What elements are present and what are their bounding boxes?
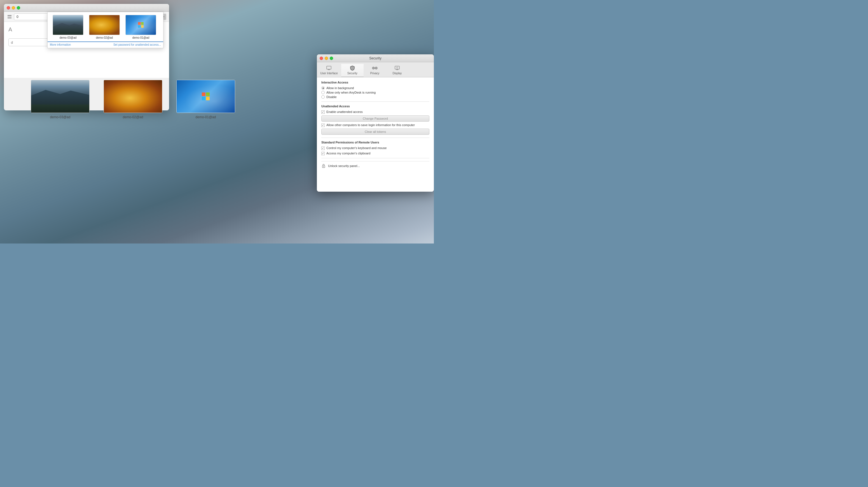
enable-unattended-box: ✓: [321, 110, 325, 114]
dropdown-item-2[interactable]: demo-01@ad: [123, 15, 159, 39]
radio-disable-circle: [321, 95, 325, 98]
security-panel-title: Security: [369, 56, 381, 60]
hamburger-menu-button[interactable]: [7, 14, 12, 20]
recent-thumb-0: [31, 80, 90, 113]
hamburger-line-1: [7, 15, 11, 16]
radio-allow-running-circle: [321, 91, 325, 94]
security-tabs: User Interface Security Privacy: [317, 62, 434, 77]
dropdown-footer: More information Set password for unatte…: [48, 41, 163, 48]
window-titlebar: [4, 4, 169, 12]
display-icon: [394, 65, 400, 71]
recent-thumb-1: [103, 80, 162, 113]
radio-allow-running-label: Allow only when AnyDesk is running: [327, 91, 376, 94]
maximize-button[interactable]: [17, 6, 20, 9]
allow-login-box: ✓: [321, 123, 325, 127]
dropdown-thumb-mountain: [53, 15, 84, 35]
permission-clipboard-checkbox[interactable]: ✓ Access my computer's clipboard: [321, 151, 429, 155]
dropdown-label-1: demo-02@ad: [96, 36, 113, 39]
minimize-button[interactable]: [12, 6, 15, 9]
dropdown-thumb-windows: [125, 15, 156, 35]
security-titlebar: Security: [317, 54, 434, 62]
radio-disable-label: Disable: [327, 95, 337, 98]
radio-allow-bg-label: Allow in background: [327, 86, 354, 90]
close-button[interactable]: [7, 6, 10, 9]
tab-privacy-label: Privacy: [370, 72, 379, 75]
security-panel: Security User Interface Security: [317, 54, 434, 192]
lock-icon: [321, 164, 326, 168]
windows-logo-large: [202, 92, 210, 100]
recent-item-1[interactable]: demo-02@ad: [103, 80, 162, 119]
tab-display-label: Display: [393, 72, 402, 75]
permissions-title: Standard Permissions of Remote Users: [321, 141, 429, 144]
divider-2: [321, 138, 429, 138]
dropdown-item-1[interactable]: demo-02@ad: [86, 15, 123, 39]
svg-rect-0: [327, 66, 331, 69]
recent-leaves-img: [104, 80, 162, 113]
unattended-access-title: Unattended Access: [321, 105, 429, 108]
tab-user-interface-label: User Interface: [320, 72, 338, 75]
recent-windows-img: [177, 80, 235, 113]
unlock-label: Unlock security panel...: [328, 164, 360, 168]
divider-1: [321, 102, 429, 102]
dropdown-thumbnails: demo-03@ad demo-02@ad demo-01@ad: [48, 12, 163, 41]
hamburger-line-2: [7, 17, 11, 17]
recent-name-0: demo-03@ad: [50, 115, 70, 119]
svg-rect-3: [395, 66, 399, 69]
change-password-button[interactable]: Change Password: [321, 115, 429, 122]
recent-mountain-img: [31, 80, 89, 113]
unlock-row[interactable]: Unlock security panel...: [321, 161, 429, 168]
allow-login-label: Allow other computers to save login info…: [327, 123, 415, 127]
set-password-link[interactable]: Set password for unattended access...: [113, 43, 161, 46]
permission-keyboard-checkbox[interactable]: ✓ Control my computer's keyboard and mou…: [321, 146, 429, 150]
radio-disable[interactable]: Disable: [321, 95, 429, 98]
monitor-icon: [326, 65, 332, 71]
dropdown-thumb-leaves: [89, 15, 120, 35]
sec-maximize-button[interactable]: [330, 57, 333, 60]
svg-point-4: [396, 67, 398, 68]
permission-keyboard-box: ✓: [321, 147, 325, 150]
sec-close-button[interactable]: [320, 57, 323, 60]
dropdown-label-0: demo-03@ad: [60, 36, 77, 39]
dropdown-panel: demo-03@ad demo-02@ad demo-01@ad More in…: [47, 12, 163, 48]
tab-user-interface[interactable]: User Interface: [317, 64, 341, 77]
radio-allow-bg-circle: [321, 86, 325, 90]
tab-display[interactable]: Display: [386, 64, 408, 77]
interactive-access-title: Interactive Access: [321, 81, 429, 84]
dropdown-item-0[interactable]: demo-03@ad: [50, 15, 86, 39]
interactive-access-options: Allow in background Allow only when AnyD…: [321, 86, 429, 98]
clear-tokens-button[interactable]: Clear all tokens: [321, 128, 429, 135]
tab-security-label: Security: [347, 72, 358, 75]
windows-logo-mini: [138, 22, 144, 28]
sec-traffic-lights: [320, 57, 333, 60]
recent-name-1: demo-02@ad: [123, 115, 143, 119]
hamburger-line-3: [7, 18, 11, 18]
enable-unattended-label: Enable unattended access: [327, 110, 363, 113]
tab-privacy[interactable]: Privacy: [364, 64, 386, 77]
sec-minimize-button[interactable]: [325, 57, 328, 60]
dropdown-label-2: demo-01@ad: [132, 36, 150, 39]
shield-icon: [349, 65, 355, 71]
permission-clipboard-label: Access my computer's clipboard: [327, 151, 370, 155]
traffic-lights: [7, 6, 20, 9]
radio-allow-bg[interactable]: Allow in background: [321, 86, 429, 90]
recent-name-2: demo-01@ad: [196, 115, 216, 119]
security-content: Interactive Access Allow in background A…: [317, 77, 434, 192]
svg-point-6: [323, 166, 324, 167]
privacy-icon: [372, 65, 378, 71]
recent-computers-grid: demo-03@ad demo-02@ad demo-01@ad: [25, 74, 241, 125]
recent-item-0[interactable]: demo-03@ad: [31, 80, 90, 119]
enable-unattended-checkbox[interactable]: ✓ Enable unattended access: [321, 110, 429, 114]
more-info-link[interactable]: More information: [50, 43, 71, 46]
allow-login-checkbox[interactable]: ✓ Allow other computers to save login in…: [321, 123, 429, 127]
permission-clipboard-box: ✓: [321, 152, 325, 155]
radio-allow-running[interactable]: Allow only when AnyDesk is running: [321, 91, 429, 94]
tab-security[interactable]: Security: [341, 64, 364, 77]
recent-thumb-2: [176, 80, 235, 113]
recent-item-2[interactable]: demo-01@ad: [176, 80, 235, 119]
permission-keyboard-label: Control my computer's keyboard and mouse: [327, 146, 386, 150]
